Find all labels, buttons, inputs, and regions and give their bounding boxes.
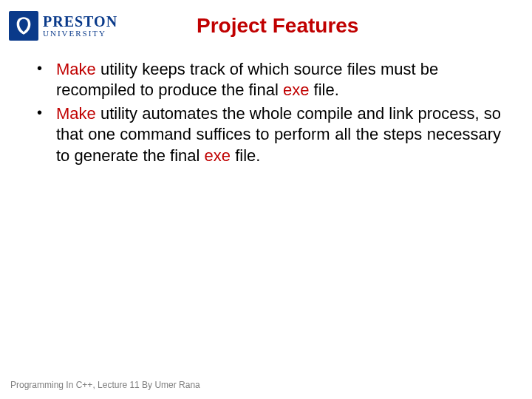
content: Make utility keeps track of which source… xyxy=(0,43,532,166)
logo-text: PRESTON UNIVERSITY xyxy=(43,14,117,38)
text-segment: file. xyxy=(231,146,260,165)
text-segment: file. xyxy=(309,81,338,99)
keyword: exe xyxy=(283,81,309,99)
text-segment: utility automates the whole compile and … xyxy=(56,104,501,164)
text-segment: utility keeps track of which source file… xyxy=(56,60,438,99)
bullet-item: Make utility automates the whole compile… xyxy=(31,103,501,166)
keyword: Make xyxy=(56,104,96,123)
crest-icon xyxy=(9,11,38,41)
logo-main: PRESTON xyxy=(43,14,117,29)
logo-sub: UNIVERSITY xyxy=(43,30,117,38)
bullet-item: Make utility keeps track of which source… xyxy=(31,59,501,100)
bullet-list: Make utility keeps track of which source… xyxy=(31,59,501,166)
footer-text: Programming In C++, Lecture 11 By Umer R… xyxy=(10,380,200,390)
keyword: exe xyxy=(205,146,231,165)
header: PRESTON UNIVERSITY Project Features xyxy=(0,0,532,43)
university-logo: PRESTON UNIVERSITY xyxy=(9,11,155,41)
slide-title: Project Features xyxy=(155,14,532,38)
keyword: Make xyxy=(56,60,96,78)
